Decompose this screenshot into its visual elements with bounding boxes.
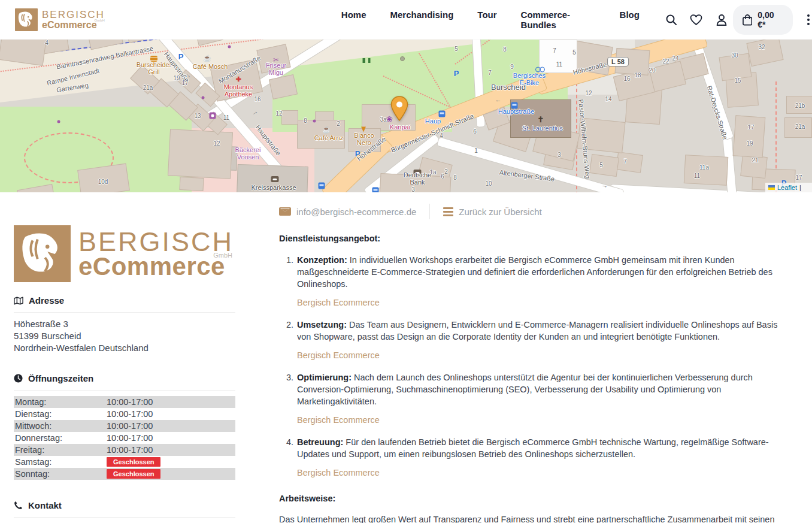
address-lines: Höhestraße 351399 BurscheidNordrhein-Wes…	[14, 318, 235, 354]
map-location-marker[interactable]	[390, 96, 408, 123]
map-house-number: 8	[503, 46, 507, 53]
map-poi-label: Friseur Migu	[266, 62, 286, 76]
map-house-number: 24	[672, 55, 678, 62]
closed-badge: Geschlossen	[107, 469, 160, 479]
hours-day: Mittwoch:	[14, 421, 107, 431]
map-poi-label: Kanpai	[390, 123, 410, 131]
hours-row: Donnerstag:10:00-17:00	[14, 432, 235, 444]
email-contact[interactable]: info@bergisch-ecommerce.de	[279, 207, 416, 217]
nav-item-tour[interactable]: Tour	[477, 10, 496, 30]
service-text: Optimierung: Nach dem Launch des Onlines…	[297, 371, 791, 407]
map-house-number: 11	[556, 61, 562, 68]
map-house-number: 11a	[699, 164, 709, 171]
contact-heading: Kontakt	[14, 500, 235, 510]
hours-day: Montag:	[14, 397, 107, 407]
map-house-number: 19	[746, 140, 753, 147]
back-to-overview-link[interactable]: Zurück zur Übersicht	[443, 207, 541, 217]
hours-row: Sonntag:Geschlossen	[14, 468, 235, 480]
search-icon[interactable]	[665, 13, 678, 26]
services-heading: Dienstleistungsangebot:	[279, 234, 803, 243]
hours-time: 10:00-17:00	[107, 421, 153, 431]
lion-logo-icon	[14, 225, 71, 282]
map-house-number: 17	[747, 124, 754, 131]
map-building	[179, 177, 204, 191]
map-building	[589, 154, 619, 177]
map-picnic-icon	[363, 58, 371, 63]
address-heading: Adresse	[14, 295, 235, 306]
map-p-icon	[454, 69, 459, 78]
map-house-number: 4	[45, 40, 49, 47]
address-line: Höhestraße 3	[14, 318, 235, 330]
hours-heading: Öffnungszeiten	[14, 373, 235, 383]
map-house-number: 11	[223, 114, 229, 122]
map-house-number: 8	[453, 174, 457, 182]
nav-item-blog[interactable]: Blog	[620, 10, 640, 30]
more-menu-icon[interactable]	[805, 12, 812, 28]
store-locator-map[interactable]: →→→←171111a21191721a21b15323024222018161…	[0, 40, 812, 192]
closed-badge: Geschlossen	[107, 457, 160, 467]
map-poi-label: Burscheid	[491, 84, 526, 91]
map-poi-label: Deutsche Bank	[404, 171, 431, 186]
map-house-number: 32	[758, 44, 765, 51]
hours-day: Freitag:	[14, 445, 107, 455]
leaflet-link[interactable]: Leaflet	[777, 184, 797, 191]
map-bus-icon	[372, 188, 379, 193]
email-address: info@bergisch-ecommerce.de	[296, 207, 416, 217]
service-text: Konzeption: In individuellen Workshops e…	[297, 254, 791, 290]
service-link[interactable]: Bergisch Ecommerce	[297, 350, 380, 360]
map-house-number: 10	[485, 180, 492, 188]
store-detail-page: BERGISCH eCommerce GmbH Adresse Höhestra…	[0, 192, 812, 523]
hours-row: Mittwoch:10:00-17:00	[14, 420, 235, 432]
map-poi-label: Kreissparkasse	[251, 184, 296, 191]
nav-item-home[interactable]: Home	[341, 10, 366, 30]
map-house-number: 7	[488, 69, 492, 77]
list-icon	[443, 207, 453, 216]
service-text: Umsetzung: Das Team aus Designern, Entwi…	[297, 319, 791, 343]
map-house-number: 3	[558, 152, 561, 159]
nav-item-merchandising[interactable]: Merchandising	[390, 10, 453, 30]
service-number: 3.	[279, 371, 297, 425]
map-house-number: 7	[553, 47, 556, 55]
service-link[interactable]: Bergisch Ecommerce	[297, 415, 380, 425]
contact-bar: info@bergisch-ecommerce.de Zurück zur Üb…	[279, 204, 803, 219]
map-house-number: 6	[473, 128, 477, 135]
map-church-icon	[538, 115, 544, 124]
service-link[interactable]: Bergisch Ecommerce	[297, 468, 380, 477]
store-brand-suffix: GmbH	[213, 252, 232, 259]
map-dot-icon	[202, 96, 205, 99]
hours-row: Freitag:10:00-17:00	[14, 444, 235, 456]
map-house-number: 5	[599, 162, 603, 169]
hours-time: 10:00-17:00	[107, 397, 153, 407]
map-poi-label: Café Arnz	[314, 134, 343, 141]
header-logo[interactable]: BERGISCH eCommerce GmbH	[15, 8, 105, 31]
hours-day: Donnerstag:	[14, 433, 107, 443]
cart-total: 0,00 €*	[758, 10, 783, 29]
map-house-number: 3	[411, 186, 415, 192]
map-house-number: 12	[213, 140, 220, 147]
map-house-number: 15	[734, 77, 741, 84]
map-graydot-icon	[400, 56, 405, 61]
map-building	[733, 115, 766, 158]
account-icon[interactable]	[715, 13, 728, 26]
hours-row: Montag:10:00-17:00	[14, 396, 235, 408]
map-poi-label: Burscheider Grill	[137, 61, 172, 75]
wishlist-heart-icon[interactable]	[690, 13, 703, 26]
workflow-heading: Arbeitsweise:	[279, 494, 803, 503]
map-bus-icon	[439, 111, 446, 117]
hours-time: 10:00-17:00	[107, 445, 153, 455]
map-house-number: 2	[444, 168, 448, 176]
service-link[interactable]: Bergisch Ecommerce	[297, 298, 380, 307]
ukraine-flag-icon	[768, 185, 775, 190]
map-house-number: 12	[585, 90, 592, 97]
route-ref-badge: L 58	[607, 57, 629, 66]
map-house-number: 9	[510, 64, 514, 71]
map-poi-label: Montanus Apotheke	[224, 83, 253, 98]
lion-logo-icon	[15, 8, 38, 31]
map-building	[281, 110, 298, 125]
map-house-number: 22	[662, 58, 669, 65]
cart-button[interactable]: 0,00 €*	[733, 5, 793, 35]
nav-item-commerce-bundles[interactable]: Commerce-Bundles	[521, 10, 596, 30]
brand-suffix: GmbH	[94, 19, 104, 22]
map-house-number: 2	[337, 120, 340, 128]
map-arrow-icon: →	[250, 107, 259, 117]
